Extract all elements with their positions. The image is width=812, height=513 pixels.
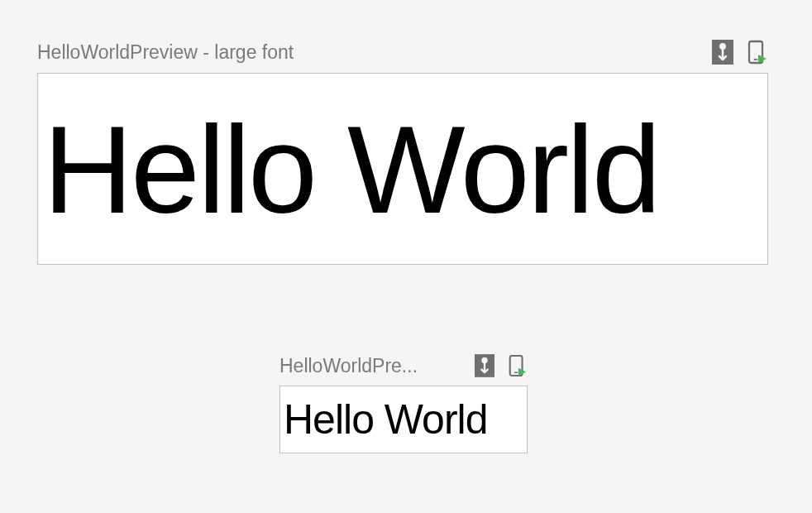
preview-toolbar (712, 40, 768, 65)
preview-toolbar (475, 354, 528, 377)
preview-pane-large[interactable]: Hello World (37, 73, 768, 265)
svg-rect-7 (514, 372, 518, 373)
preview-title-large: HelloWorldPreview - large font (37, 41, 294, 64)
preview-block-small: HelloWorldPre... Hello World (279, 354, 528, 453)
preview-header: HelloWorldPre... (279, 354, 528, 377)
preview-content-small: Hello World (280, 399, 488, 440)
deploy-to-device-icon[interactable] (508, 354, 528, 377)
deploy-to-device-icon[interactable] (747, 40, 768, 65)
preview-block-large: HelloWorldPreview - large font Hello Wor… (37, 40, 768, 265)
preview-content-large: Hello World (38, 107, 659, 232)
svg-rect-3 (754, 59, 758, 60)
interactive-mode-icon[interactable] (712, 40, 733, 65)
preview-header: HelloWorldPreview - large font (37, 40, 768, 65)
preview-pane-small[interactable]: Hello World (279, 386, 528, 453)
interactive-mode-icon[interactable] (475, 354, 494, 377)
preview-title-small: HelloWorldPre... (279, 355, 418, 377)
